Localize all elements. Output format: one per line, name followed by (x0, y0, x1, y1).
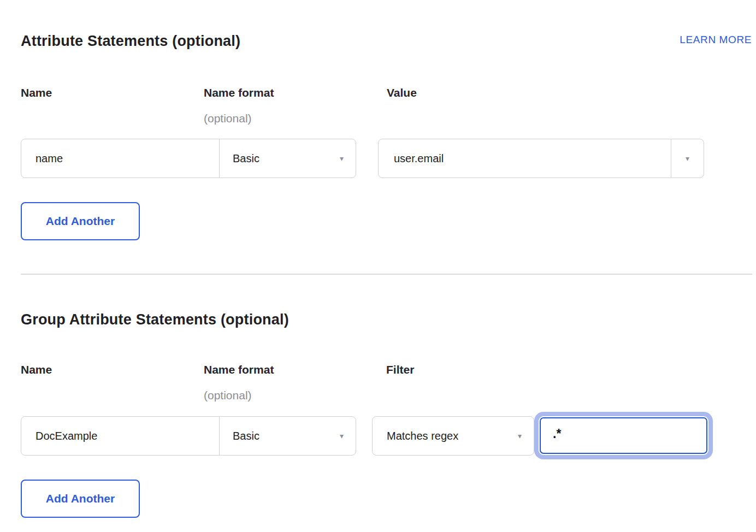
column-label-filter: Filter (386, 363, 414, 376)
group-attribute-statements-title: Group Attribute Statements (optional) (21, 311, 289, 328)
group-name-group: Basic ▾ (21, 416, 356, 456)
attribute-value-combobox: ▾ (378, 139, 704, 178)
group-name-cell (21, 417, 219, 455)
group-name-format-select[interactable]: Basic ▾ (219, 417, 356, 455)
group-filter-condition-value: Matches regex (387, 430, 458, 442)
chevron-down-icon: ▾ (340, 432, 344, 440)
column-label-name-format: Name format (204, 86, 274, 99)
attribute-name-format-select[interactable]: Basic ▾ (219, 139, 356, 178)
column-note-optional: (optional) (204, 389, 252, 402)
column-label-name: Name (21, 363, 52, 376)
chevron-down-icon: ▾ (340, 155, 344, 162)
attribute-value-cell (379, 139, 671, 178)
attribute-name-group: Basic ▾ (21, 139, 356, 178)
column-label-name: Name (21, 86, 52, 99)
chevron-down-icon: ▾ (518, 432, 522, 440)
learn-more-link[interactable]: LEARN MORE (680, 34, 752, 46)
attribute-name-format-value: Basic (233, 152, 259, 165)
saml-settings-page: Attribute Statements (optional) LEARN MO… (0, 0, 756, 532)
add-another-attribute-button[interactable]: Add Another (21, 202, 140, 240)
attribute-name-input[interactable] (21, 139, 219, 178)
attribute-value-input[interactable] (379, 139, 671, 178)
column-note-optional: (optional) (204, 112, 252, 125)
add-another-group-attribute-button[interactable]: Add Another (21, 480, 140, 518)
group-filter-condition-select[interactable]: Matches regex ▾ (372, 416, 534, 456)
group-name-format-value: Basic (233, 430, 259, 442)
chevron-down-icon: ▾ (686, 155, 689, 162)
attribute-statements-title: Attribute Statements (optional) (21, 33, 240, 50)
attribute-value-dropdown-button[interactable]: ▾ (671, 139, 704, 178)
group-filter-value-input[interactable] (540, 417, 707, 454)
column-label-name-format: Name format (204, 363, 274, 376)
attribute-name-cell (21, 139, 219, 178)
column-label-value: Value (387, 86, 417, 99)
group-name-input[interactable] (21, 417, 219, 455)
section-divider (21, 274, 752, 275)
